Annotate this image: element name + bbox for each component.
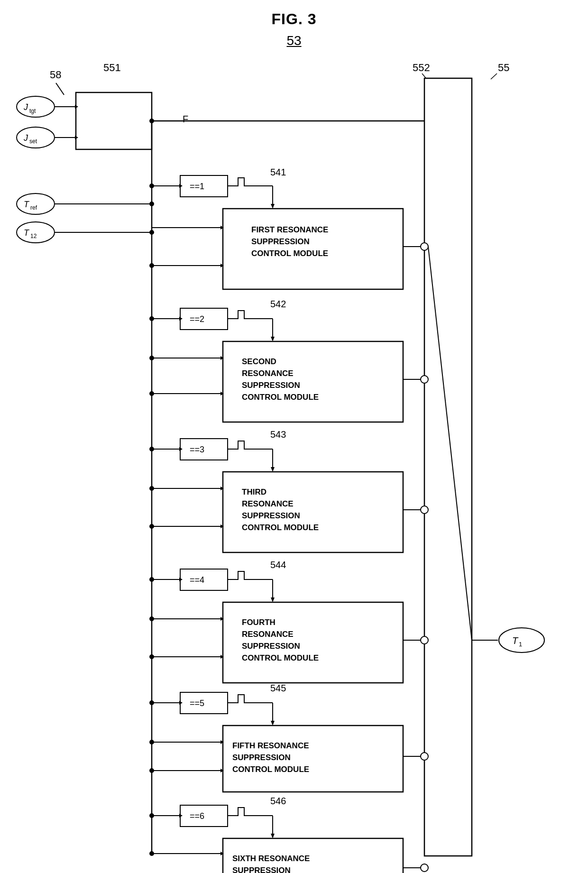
t1-subscript: 1 <box>519 641 522 648</box>
label-541: 541 <box>270 167 286 177</box>
module2-text-line4: CONTROL MODULE <box>242 393 319 402</box>
eq3-label: ==3 <box>190 445 204 454</box>
module5-text-line3: CONTROL MODULE <box>232 765 309 774</box>
junction-eq2 <box>149 316 154 321</box>
arrow-pulse-5 <box>271 721 275 726</box>
label-552: 552 <box>413 62 430 74</box>
block-552 <box>424 78 472 856</box>
label-546: 546 <box>270 796 286 806</box>
module5-text-line2: SUPPRESSION <box>232 753 291 762</box>
module2-text-line1: SECOND <box>242 357 276 366</box>
arrow-pulse-2 <box>271 337 275 341</box>
t-ref-node <box>17 193 55 214</box>
output-circle-4 <box>421 636 428 644</box>
module6-text-line2: SUPPRESSION <box>232 866 291 873</box>
arrow-pulse-1 <box>271 204 275 209</box>
arrow-pulse-6 <box>271 834 275 838</box>
f-label: F <box>183 114 188 124</box>
block-551 <box>76 92 152 149</box>
output-circle-5 <box>421 753 428 760</box>
module2-text-line3: SUPPRESSION <box>242 381 300 390</box>
eq2-label: ==2 <box>190 314 204 324</box>
junction-eq5 <box>149 700 154 705</box>
label-551: 551 <box>103 62 121 74</box>
pulse-symbol-3 <box>233 441 249 449</box>
svg-line-2 <box>491 74 497 79</box>
j-tgt-label: J <box>23 102 28 112</box>
junction-t12-m5 <box>149 768 154 773</box>
arrow-pulse-4 <box>271 597 275 602</box>
junction-t12-m1 <box>149 263 154 268</box>
module3-text-line1: THIRD <box>242 487 266 496</box>
eq6-label: ==6 <box>190 811 204 821</box>
module4-text-line2: RESONANCE <box>242 630 294 639</box>
label-544: 544 <box>270 560 286 570</box>
eq4-label: ==4 <box>190 575 204 585</box>
junction-tref <box>149 202 154 206</box>
t-12-subscript: 12 <box>30 233 37 239</box>
pulse-symbol-2 <box>233 311 249 319</box>
module2-text-line2: RESONANCE <box>242 369 294 378</box>
junction-tref-m3 <box>149 486 154 491</box>
output-circle-2 <box>421 376 428 383</box>
j-tgt-subscript: tgt <box>29 108 36 114</box>
t1-node <box>499 628 544 652</box>
module4-text-line1: FOURTH <box>242 618 276 627</box>
module4-text-line3: SUPPRESSION <box>242 642 300 651</box>
eq5-label: ==5 <box>190 698 204 708</box>
t1-label: T <box>512 635 519 646</box>
output-circle-6 <box>421 864 428 872</box>
module3-text-line4: CONTROL MODULE <box>242 523 319 532</box>
label-545: 545 <box>270 683 286 693</box>
t-ref-subscript: ref <box>30 204 37 211</box>
junction-t12-m4 <box>149 654 154 659</box>
junction-tref-m5 <box>149 740 154 744</box>
junction-tref-m6 <box>149 851 154 856</box>
junction-eq1 <box>149 184 154 188</box>
pulse-symbol-4 <box>233 571 249 579</box>
junction-eq3 <box>149 447 154 451</box>
eq1-label: ==1 <box>190 182 204 191</box>
module1-text-line2: SUPPRESSION <box>251 237 310 246</box>
diagram-container: FIG. 3 53 58 551 552 55 J tgt J set <box>0 0 588 873</box>
junction-eq6 <box>149 813 154 818</box>
label-58: 58 <box>50 69 61 81</box>
module1-text-line1: FIRST RESONANCE <box>251 225 328 234</box>
module1-text-line3: CONTROL MODULE <box>251 249 328 258</box>
label-542: 542 <box>270 299 286 309</box>
junction-t12 <box>149 230 154 235</box>
pulse-symbol-5 <box>233 695 249 703</box>
output-circle-3 <box>421 506 428 514</box>
module5-text-line1: FIFTH RESONANCE <box>232 741 309 750</box>
junction-tref-m4 <box>149 616 154 621</box>
module4-text-line4: CONTROL MODULE <box>242 653 319 662</box>
arrow-pulse-3 <box>271 467 275 472</box>
t-12-node <box>17 222 55 243</box>
pulse-symbol-1 <box>233 178 249 186</box>
module3-text-line2: RESONANCE <box>242 499 294 508</box>
junction-tref-m2 <box>149 356 154 360</box>
output-circle-1 <box>421 243 428 250</box>
j-set-label: J <box>23 133 28 143</box>
label-543: 543 <box>270 429 286 440</box>
pulse-symbol-6 <box>233 808 249 816</box>
label-55: 55 <box>498 62 509 74</box>
module6-text-line1: SIXTH RESONANCE <box>232 854 310 863</box>
j-set-subscript: set <box>29 138 37 145</box>
j-set-node <box>17 127 55 148</box>
junction-eq4 <box>149 577 154 582</box>
svg-line-0 <box>56 83 64 95</box>
junction-t12-m2 <box>149 391 154 396</box>
module3-text-line3: SUPPRESSION <box>242 511 300 520</box>
junction-t12-m3 <box>149 524 154 529</box>
